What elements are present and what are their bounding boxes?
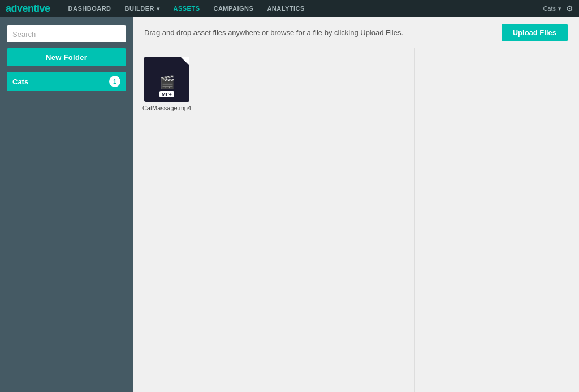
nav-right: Cats ▾ ⚙ (543, 4, 573, 13)
film-icon: 🎬 (159, 76, 175, 89)
main-layout: New Folder Cats 1 Drag and drop asset fi… (0, 17, 579, 392)
sidebar: New Folder Cats 1 (0, 17, 133, 392)
chevron-down-icon: ▾ (558, 5, 561, 12)
new-folder-button[interactable]: New Folder (7, 48, 126, 66)
file-icon-group: 🎬 MP4 (159, 76, 175, 97)
info-panel (415, 48, 579, 392)
content-body: 🎬 MP4 CatMassage.mp4 (133, 48, 579, 392)
upload-files-button[interactable]: Upload Files (502, 24, 568, 41)
file-grid: 🎬 MP4 CatMassage.mp4 (133, 48, 414, 120)
file-thumbnail: 🎬 MP4 (144, 57, 189, 102)
top-navigation: adventive DASHBOARD BUILDER ASSETS CAMPA… (0, 0, 579, 17)
content-header: Drag and drop asset files anywhere or br… (133, 17, 579, 48)
nav-analytics[interactable]: ANALYTICS (260, 0, 311, 17)
app-logo: adventive (6, 3, 50, 15)
user-menu[interactable]: Cats ▾ (543, 5, 561, 12)
folder-name: Cats (12, 77, 28, 86)
search-input[interactable] (7, 25, 126, 42)
nav-items: DASHBOARD BUILDER ASSETS CAMPAIGNS ANALY… (62, 0, 543, 17)
folder-count: 1 (109, 76, 120, 87)
nav-builder[interactable]: BUILDER (118, 0, 167, 17)
file-panel: 🎬 MP4 CatMassage.mp4 (133, 48, 415, 392)
user-label: Cats (543, 5, 556, 12)
nav-assets[interactable]: ASSETS (166, 0, 206, 17)
nav-dashboard[interactable]: DASHBOARD (62, 0, 118, 17)
file-corner-fold (180, 57, 189, 66)
file-type-badge: MP4 (159, 91, 174, 97)
content-area: Drag and drop asset files anywhere or br… (133, 17, 579, 392)
file-item[interactable]: 🎬 MP4 CatMassage.mp4 (141, 57, 192, 111)
nav-campaigns[interactable]: CAMPAIGNS (206, 0, 260, 17)
logo-highlight: ad (6, 3, 17, 14)
settings-button[interactable]: ⚙ (566, 4, 573, 13)
drop-hint-text: Drag and drop asset files anywhere or br… (144, 28, 403, 37)
folder-item-cats[interactable]: Cats 1 (7, 72, 126, 91)
gear-icon: ⚙ (566, 4, 573, 13)
file-name-label: CatMassage.mp4 (142, 105, 191, 111)
